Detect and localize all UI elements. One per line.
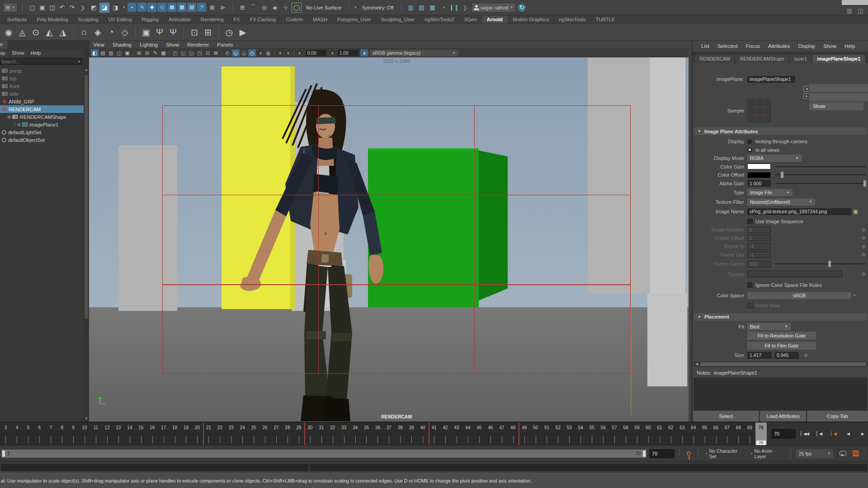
viewport-toggle-icon[interactable]: ◳ — [196, 49, 203, 56]
current-time-field[interactable]: 70 — [771, 429, 796, 439]
attribute-editor-tab[interactable]: RENDERCAMShape — [736, 55, 789, 63]
fps-dropdown[interactable]: 25 fps▼ — [796, 449, 833, 458]
shelf-tool-icon[interactable] — [135, 26, 136, 38]
viewport-toggle-icon[interactable]: ▤ — [99, 49, 107, 56]
scrollbar-thumb[interactable] — [85, 75, 88, 319]
view-transform-dropdown[interactable]: sRGB gamma (legacy)▼ — [370, 50, 458, 56]
selection-mode-icon[interactable]: ◩ — [89, 3, 99, 13]
snap-icon[interactable]: ◎ — [259, 3, 269, 13]
outliner-item[interactable]: └ ⊞ front — [0, 82, 84, 90]
selection-mode-icon[interactable]: ◨ — [110, 3, 120, 13]
section-image-plane-attributes[interactable]: ▼ Image Plane Attributes — [694, 127, 867, 135]
attribute-editor-menu-item[interactable]: Attributes — [764, 43, 794, 49]
type-dropdown[interactable]: Image File▼ — [747, 189, 793, 196]
shelf-tab[interactable]: ngSkinTools2 — [420, 16, 459, 23]
range-end-handle[interactable] — [643, 450, 646, 457]
show-button[interactable]: Show — [809, 102, 863, 110]
color-gain-swatch[interactable] — [747, 164, 771, 169]
shelf-tab[interactable]: FX Caching — [245, 16, 281, 23]
outliner-search-input[interactable]: Search...▼ — [0, 58, 83, 65]
alpha-gain-slider[interactable] — [775, 183, 866, 184]
checker-icon[interactable] — [803, 353, 808, 358]
mel-command-input[interactable] — [1, 464, 308, 471]
shelf-tool-icon[interactable]: ◮ — [56, 25, 70, 39]
shelf-tab[interactable]: Polygons_User — [332, 16, 376, 23]
shelf-tool-icon[interactable]: ⌂ — [77, 25, 91, 39]
viewport-toggle-icon[interactable] — [133, 50, 133, 56]
scroll-up-icon[interactable]: ▲ — [84, 68, 89, 72]
focus-button[interactable]: Focus — [809, 84, 868, 92]
fit-to-resolution-gate-button[interactable]: Fit to Resolution Gate — [747, 332, 816, 340]
outliner-item[interactable]: └ ⊞ RENDERCAM — [0, 105, 84, 113]
viewport-toggle-icon[interactable]: ◑ — [256, 49, 264, 56]
radio-in-all-views[interactable] — [747, 147, 752, 152]
connection-icon[interactable] — [861, 227, 866, 232]
viewport-toggle-icon[interactable] — [294, 50, 294, 56]
live-surface-label[interactable]: No Live Surface — [303, 5, 344, 10]
selection-mask-icon[interactable]: ⊳ — [218, 3, 228, 13]
menu-set-selector[interactable]: ▤▼ — [3, 3, 18, 13]
shelf-tab[interactable]: Surfaces — [2, 16, 32, 23]
attribute-editor-menu-item[interactable]: List — [698, 43, 713, 49]
expand-icon[interactable]: ⊞ — [7, 115, 12, 119]
selection-mask-icon[interactable]: + — [127, 3, 137, 12]
shelf-tab[interactable]: TURTLE — [590, 16, 620, 23]
shelf-tool-icon[interactable]: ▣ — [139, 25, 153, 39]
snap-icon[interactable]: ⊹ — [281, 3, 291, 13]
frame-cache-slider[interactable] — [775, 263, 866, 264]
selection-mask-icon[interactable]: ▧ — [187, 3, 196, 12]
shelf-tool-icon[interactable]: Ψ — [166, 25, 180, 39]
shelf-tool-icon[interactable]: ◭ — [42, 25, 56, 39]
color-offset-slider[interactable] — [775, 174, 866, 175]
selection-mask-icon[interactable]: ▦ — [167, 3, 176, 12]
presets-button[interactable]: Presets — [809, 93, 868, 101]
outliner-menu-item[interactable]: Help — [31, 50, 41, 56]
shelf-tab[interactable]: Poly Modeling — [32, 16, 73, 23]
outliner-item[interactable]: └ ⊞ imagePlane1 — [0, 121, 84, 128]
selection-mask-icon[interactable]: ◇ — [157, 3, 166, 12]
shelf-tool-icon[interactable]: ◔ — [104, 25, 118, 39]
timeline-track[interactable]: 3456789101112131415161718192021222324252… — [0, 422, 767, 446]
shelf-tool-icon[interactable]: ⊙ — [29, 25, 42, 39]
shelf-tool-icon[interactable]: ⊡ — [188, 25, 201, 39]
load-attributes-button[interactable]: Load Attributes — [760, 411, 806, 422]
attribute-editor-hscrollbar[interactable]: ◀ — [694, 361, 867, 367]
file-icon[interactable]: ▢ — [27, 3, 37, 13]
image-name-field[interactable]: sPng_grid-texture-png_1997344.png — [747, 208, 851, 215]
anim-layer-selector[interactable]: ▾No Anim Layer — [748, 448, 786, 459]
viewport-toggle-icon[interactable] — [169, 50, 170, 56]
viewport-toggle-icon[interactable]: ◍ — [264, 49, 272, 56]
shelf-tab[interactable]: Rendering — [196, 16, 229, 23]
connection-icon[interactable] — [861, 252, 866, 257]
gamma-icon[interactable]: ◑ — [328, 49, 336, 56]
browse-folder-icon[interactable]: ▣ — [853, 208, 858, 215]
workspace-icon[interactable]: ◫ — [855, 6, 865, 16]
shelf-tool-icon[interactable]: ▶ — [236, 25, 250, 39]
viewport-canvas[interactable]: 868 x 488 RENDERCAM — [89, 57, 689, 422]
shelf-tool-icon[interactable] — [218, 26, 219, 38]
viewport-toggle-icon[interactable]: ◶ — [240, 49, 248, 56]
viewport-menu-item[interactable]: Lighting — [136, 42, 162, 47]
auto-keyframe-icon[interactable] — [687, 451, 691, 455]
shelf-tab[interactable]: FX — [229, 16, 245, 23]
workspace-icon[interactable]: ▥ — [844, 6, 854, 16]
user-account-menu[interactable]: sagar rathod ▼ — [471, 3, 516, 13]
shelf-tool-icon[interactable] — [73, 26, 74, 38]
viewport-menu-item[interactable]: Shading — [108, 42, 136, 47]
outliner-item[interactable]: └ ⊞ defaultObjectSet — [0, 136, 84, 144]
hscrollbar-thumb[interactable] — [700, 362, 866, 366]
viewport-toggle-icon[interactable] — [274, 50, 274, 56]
scroll-down-icon[interactable]: ▼ — [84, 417, 89, 421]
search-filter-dropdown-icon[interactable]: ▼ — [77, 60, 81, 64]
attribute-editor-tab[interactable]: layer1 — [790, 55, 812, 63]
shelf-tab[interactable]: MASH — [308, 16, 332, 23]
viewport-menu-item[interactable]: Panels — [213, 42, 237, 47]
viewport-toggle-icon[interactable]: ✎ — [151, 49, 159, 56]
texture-sample-swatch[interactable] — [747, 99, 771, 122]
viewport-toggle-icon[interactable]: ▦ — [160, 49, 167, 56]
scroll-left-icon[interactable]: ◀ — [694, 362, 699, 366]
selection-mode-icon[interactable]: ◪ — [99, 3, 109, 13]
fit-dropdown[interactable]: Best▼ — [747, 323, 791, 330]
outliner-item[interactable]: └ ⊞ defaultLightSet — [0, 128, 84, 136]
color-management-icon[interactable]: ◕ — [360, 49, 368, 56]
